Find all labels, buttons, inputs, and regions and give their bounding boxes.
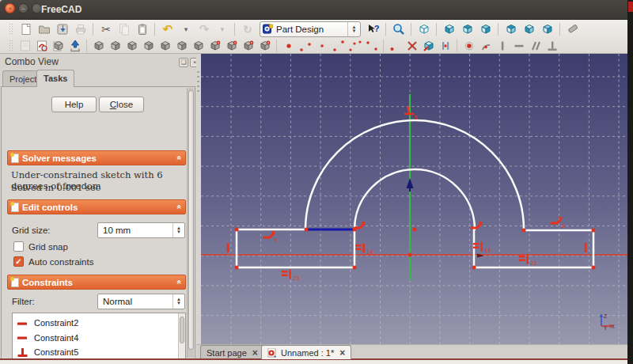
collapse-icon[interactable]: « xyxy=(176,205,184,210)
svg-text:↻: ↻ xyxy=(243,23,252,36)
paste-icon[interactable] xyxy=(133,21,151,37)
constraints-header[interactable]: Constraints « xyxy=(7,275,186,290)
bottom-view-icon[interactable] xyxy=(520,21,538,37)
constraint-list-item[interactable]: Constraint2 xyxy=(16,316,78,330)
grid-size-label: Grid size: xyxy=(12,226,51,235)
new-sketch-icon[interactable] xyxy=(17,38,33,54)
tab-unnamed-document[interactable]: Unnamed : 1* × xyxy=(261,345,351,359)
auto-constraints-checkbox[interactable]: ✓ xyxy=(13,256,24,267)
create-polyline-icon[interactable] xyxy=(347,38,363,54)
spinner-arrows-icon[interactable]: ▲▼ xyxy=(172,223,184,237)
svg-text:Y: Y xyxy=(604,325,608,331)
svg-text:Z: Z xyxy=(604,313,607,319)
collapse-icon[interactable]: « xyxy=(176,280,184,285)
constraint-marker-vbar[interactable] xyxy=(227,243,229,252)
measure-distance-icon[interactable] xyxy=(563,21,582,37)
create-point-icon[interactable] xyxy=(280,38,297,54)
tab-close-icon[interactable]: × xyxy=(252,349,258,357)
open-file-icon[interactable] xyxy=(35,21,53,37)
constrain-perpendicular-icon[interactable] xyxy=(544,38,560,54)
constraint-list-item[interactable]: Constraint5 xyxy=(16,345,78,359)
create-rectangle-icon[interactable] xyxy=(363,38,380,54)
constrain-vertical-icon[interactable] xyxy=(494,38,510,54)
sketch-canvas[interactable]: 53314142323 Z Y X xyxy=(201,54,627,344)
close-task-button[interactable]: Close xyxy=(99,97,144,112)
linear-pattern-icon[interactable] xyxy=(240,38,256,54)
right-view-icon[interactable] xyxy=(476,21,495,37)
grid-size-spinbox[interactable]: 10 mm ▲▼ xyxy=(97,222,185,238)
window-minimize-button[interactable]: – xyxy=(18,3,28,13)
new-file-icon[interactable] xyxy=(17,21,35,37)
revolution-icon[interactable] xyxy=(123,38,140,54)
svg-text:✂: ✂ xyxy=(101,23,111,36)
rear-view-icon[interactable] xyxy=(502,21,520,37)
constraint-list-item[interactable]: Constraint4 xyxy=(16,331,78,345)
toolbar-sketcher xyxy=(0,37,627,54)
redo-icon[interactable]: ↷ xyxy=(195,21,213,37)
panel-scrollbar[interactable] xyxy=(187,88,194,358)
auto-constraints-checkbox-row[interactable]: ✓ Auto constraints xyxy=(13,256,93,267)
print-icon[interactable] xyxy=(71,21,89,37)
svg-text:?: ? xyxy=(373,24,379,33)
save-file-icon[interactable] xyxy=(53,21,71,37)
create-arc-icon[interactable] xyxy=(297,38,313,54)
undo-menu-icon[interactable]: ▾ xyxy=(176,21,195,37)
groove-icon[interactable] xyxy=(140,38,157,54)
axonometric-view-icon[interactable] xyxy=(415,21,433,37)
workbench-selector[interactable]: Part Design ▲▼ xyxy=(260,21,361,37)
constrain-point-on-object-icon[interactable] xyxy=(477,38,494,54)
cut-icon[interactable]: ✂ xyxy=(97,21,115,37)
tab-tasks[interactable]: Tasks xyxy=(36,70,74,87)
toolbar-separator xyxy=(556,23,563,36)
trim-edge-icon[interactable] xyxy=(404,38,420,54)
polar-pattern-icon[interactable] xyxy=(256,38,273,54)
pocket-icon[interactable] xyxy=(107,38,123,54)
copy-icon[interactable] xyxy=(115,21,133,37)
toolbar-grip[interactable] xyxy=(9,40,13,51)
top-view-icon[interactable] xyxy=(458,21,476,37)
refresh-icon[interactable]: ↻ xyxy=(238,21,256,37)
titlebar[interactable]: × – FreeCAD xyxy=(0,0,633,20)
constrain-horizontal-icon[interactable] xyxy=(510,38,527,54)
chamfer-icon[interactable] xyxy=(173,38,190,54)
tab-close-icon[interactable]: × xyxy=(339,349,345,357)
toggle-construction-icon[interactable] xyxy=(437,38,453,54)
leave-sketch-icon[interactable] xyxy=(66,38,83,54)
create-circle-icon[interactable] xyxy=(313,38,330,54)
dropdown-arrows-icon[interactable]: ▲▼ xyxy=(172,294,184,309)
draft-icon[interactable] xyxy=(190,38,207,54)
undo-icon[interactable]: ↶ xyxy=(158,21,176,37)
solver-messages-header[interactable]: Solver messages « xyxy=(7,150,186,165)
map-sketch-icon[interactable] xyxy=(50,38,66,54)
constraint-marker-vbar[interactable] xyxy=(585,243,587,252)
create-line-icon[interactable] xyxy=(330,38,347,54)
mirrored-icon[interactable] xyxy=(223,38,240,54)
pad-icon[interactable] xyxy=(90,38,107,54)
redo-menu-icon[interactable]: ▾ xyxy=(213,21,231,37)
toolbar-grip[interactable] xyxy=(9,24,13,35)
constrain-coincident-icon[interactable] xyxy=(461,38,477,54)
tab-start-page[interactable]: Start page × xyxy=(200,345,264,359)
whats-this-icon[interactable]: ? xyxy=(364,21,382,37)
note-icon xyxy=(11,154,19,163)
sketch-3d-view[interactable]: 53314142323 Z Y X xyxy=(201,54,627,344)
edit-sketch-icon[interactable] xyxy=(33,38,50,54)
left-view-icon[interactable] xyxy=(538,21,556,37)
external-geometry-icon[interactable] xyxy=(420,38,437,54)
front-view-icon[interactable] xyxy=(440,21,458,37)
constraint-list-scrollbar[interactable] xyxy=(178,313,185,364)
edit-controls-header[interactable]: Edit controls « xyxy=(7,199,186,214)
help-button[interactable]: Help xyxy=(51,97,97,112)
fillet-icon[interactable] xyxy=(157,38,173,54)
window-close-button[interactable]: × xyxy=(5,3,15,13)
grid-snap-checkbox-row[interactable]: Grid snap xyxy=(13,241,68,252)
collapse-icon[interactable]: « xyxy=(176,156,184,161)
create-fillet-icon[interactable] xyxy=(387,38,404,54)
fit-all-icon[interactable] xyxy=(389,21,407,37)
constraint-list[interactable]: Constraint2 Constraint4 Constraint5 Cons… xyxy=(12,313,186,364)
filter-dropdown[interactable]: Normal ▲▼ xyxy=(97,294,185,309)
grid-snap-checkbox[interactable] xyxy=(13,241,24,252)
thickness-icon[interactable] xyxy=(207,38,223,54)
constrain-parallel-icon[interactable] xyxy=(527,38,544,54)
panel-float-icon[interactable]: ❏ xyxy=(179,58,188,67)
